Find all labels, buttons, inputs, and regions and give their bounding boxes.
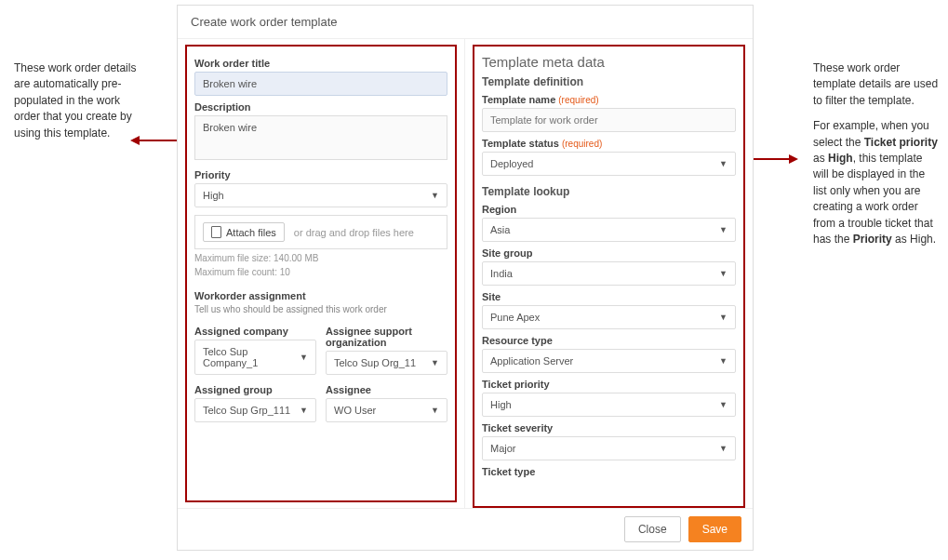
callout-left-text: These work order details are automatical… — [14, 61, 136, 140]
assignee-support-org-label: Assignee support organization — [326, 326, 447, 348]
assigned-group-value: Telco Sup Grp_111 — [203, 405, 290, 416]
assignee-dropdown[interactable]: WO User ▼ — [326, 398, 447, 422]
region-value: Asia — [490, 224, 510, 235]
site-value: Pune Apex — [490, 312, 540, 323]
template-status-dropdown[interactable]: Deployed ▼ — [482, 152, 736, 176]
file-icon — [211, 226, 221, 238]
resource-type-value: Application Server — [490, 355, 573, 367]
chevron-down-icon: ▼ — [431, 191, 439, 200]
assigned-group-label: Assigned group — [194, 384, 316, 395]
callout-right-p2: For example, when you select the Ticket … — [813, 118, 939, 247]
chevron-down-icon: ▼ — [431, 406, 439, 415]
attach-hint: or drag and drop files here — [294, 227, 414, 238]
assigned-group-dropdown[interactable]: Telco Sup Grp_111 ▼ — [194, 398, 316, 422]
assigned-company-label: Assigned company — [194, 326, 316, 337]
meta-column: Template meta data Template definition T… — [465, 39, 753, 508]
close-button[interactable]: Close — [624, 516, 681, 542]
template-lookup-heading: Template lookup — [482, 185, 736, 198]
ticket-severity-dropdown[interactable]: Major ▼ — [482, 436, 736, 460]
assignment-heading: Workorder assignment — [194, 290, 447, 301]
ticket-priority-dropdown[interactable]: High ▼ — [482, 393, 736, 417]
dialog-footer: Close Save — [178, 508, 753, 550]
description-label: Description — [194, 101, 447, 113]
region-label: Region — [482, 204, 736, 215]
site-group-label: Site group — [482, 247, 736, 259]
template-status-label: Template status(required) — [482, 138, 736, 149]
save-button[interactable]: Save — [688, 516, 741, 542]
ticket-priority-label: Ticket priority — [482, 379, 736, 390]
create-template-dialog: Create work order template Work order ti… — [177, 5, 754, 551]
ticket-priority-value: High — [490, 399, 512, 410]
site-group-value: India — [490, 268, 513, 279]
ticket-severity-value: Major — [490, 443, 516, 454]
dialog-body: Work order title Description Broken wire… — [178, 39, 753, 508]
region-dropdown[interactable]: Asia ▼ — [482, 218, 736, 242]
chevron-down-icon: ▼ — [719, 356, 728, 366]
ticket-type-label: Ticket type — [482, 466, 736, 477]
arrow-left-icon — [138, 140, 177, 141]
template-definition-heading: Template definition — [482, 75, 736, 88]
attach-files-label: Attach files — [226, 227, 276, 238]
chevron-down-icon: ▼ — [719, 444, 728, 453]
assignee-value: WO User — [334, 405, 376, 416]
chevron-down-icon: ▼ — [300, 353, 308, 362]
resource-type-dropdown[interactable]: Application Server ▼ — [482, 349, 736, 373]
assignee-support-org-dropdown[interactable]: Telco Sup Org_11 ▼ — [326, 351, 447, 375]
template-meta-heading: Template meta data — [482, 54, 736, 70]
assigned-company-dropdown[interactable]: Telco Sup Company_1 ▼ — [194, 340, 316, 375]
chevron-down-icon: ▼ — [719, 225, 728, 234]
assignment-sub: Tell us who should be assigned this work… — [194, 304, 447, 314]
attach-files-button[interactable]: Attach files — [203, 222, 285, 242]
work-order-highlight-box: Work order title Description Broken wire… — [185, 45, 457, 502]
required-marker: (required) — [562, 139, 602, 149]
max-file-count: Maximum file count: 10 — [194, 267, 447, 277]
arrow-right-icon — [752, 158, 791, 160]
assigned-company-value: Telco Sup Company_1 — [203, 346, 300, 368]
chevron-down-icon: ▼ — [719, 313, 728, 322]
site-label: Site — [482, 291, 736, 302]
site-group-dropdown[interactable]: India ▼ — [482, 261, 736, 286]
template-name-input[interactable] — [482, 108, 736, 132]
description-input[interactable]: Broken wire — [194, 115, 447, 160]
priority-label: Priority — [194, 169, 447, 180]
max-file-size: Maximum file size: 140.00 MB — [194, 253, 447, 263]
chevron-down-icon: ▼ — [719, 269, 728, 278]
assignee-support-org-value: Telco Sup Org_11 — [334, 357, 416, 368]
work-order-title-input[interactable] — [194, 72, 447, 96]
work-order-column: Work order title Description Broken wire… — [178, 39, 465, 508]
template-status-value: Deployed — [490, 158, 533, 169]
work-order-title-label: Work order title — [194, 58, 447, 69]
site-dropdown[interactable]: Pune Apex ▼ — [482, 305, 736, 329]
attach-files-row[interactable]: Attach files or drag and drop files here — [194, 215, 447, 249]
template-name-label: Template name(required) — [482, 94, 736, 105]
priority-value: High — [203, 190, 224, 201]
chevron-down-icon: ▼ — [431, 358, 439, 367]
required-marker: (required) — [558, 95, 598, 105]
callout-right: These work order template details are us… — [813, 60, 939, 247]
resource-type-label: Resource type — [482, 335, 736, 346]
chevron-down-icon: ▼ — [719, 159, 728, 168]
callout-right-p1: These work order template details are us… — [813, 60, 939, 109]
meta-highlight-box: Template meta data Template definition T… — [473, 45, 745, 508]
dialog-title: Create work order template — [178, 6, 753, 39]
chevron-down-icon: ▼ — [719, 400, 728, 409]
priority-dropdown[interactable]: High ▼ — [194, 183, 447, 207]
assignee-label: Assignee — [326, 384, 447, 395]
callout-left: These work order details are automatical… — [14, 60, 140, 141]
chevron-down-icon: ▼ — [300, 406, 308, 415]
ticket-severity-label: Ticket severity — [482, 422, 736, 433]
